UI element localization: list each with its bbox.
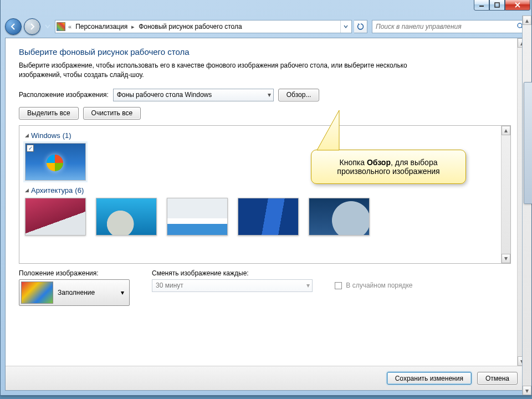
chevron-down-icon: ▾ bbox=[306, 282, 310, 289]
svg-rect-0 bbox=[479, 6, 484, 7]
change-interval-combo[interactable]: 30 минут ▾ bbox=[152, 279, 313, 292]
minimize-button[interactable] bbox=[474, 0, 489, 11]
svg-rect-1 bbox=[495, 3, 499, 7]
nav-history-dropdown[interactable] bbox=[43, 22, 53, 32]
svg-point-2 bbox=[518, 23, 522, 28]
control-panel-icon bbox=[57, 22, 65, 31]
chevron-down-icon: ▾ bbox=[121, 289, 127, 296]
breadcrumb-seg-personalization[interactable]: Персонализация bbox=[74, 23, 129, 30]
refresh-button[interactable] bbox=[354, 20, 367, 33]
chevron-down-icon: ▾ bbox=[268, 91, 271, 99]
back-button[interactable] bbox=[5, 18, 22, 35]
breadcrumb-overflow-icon[interactable]: « bbox=[66, 23, 73, 30]
collapse-icon: ◢ bbox=[25, 132, 29, 138]
scroll-down-icon[interactable]: ▾ bbox=[502, 254, 510, 263]
window-titlebar bbox=[1, 0, 531, 16]
close-button[interactable] bbox=[505, 0, 530, 11]
address-bar[interactable]: « Персонализация ▸ Фоновый рисунок рабоч… bbox=[55, 20, 352, 33]
window-scrollbar[interactable]: ▴ ▾ bbox=[522, 16, 531, 395]
scroll-down-icon[interactable]: ▾ bbox=[523, 386, 531, 395]
change-interval-value: 30 минут bbox=[156, 282, 183, 289]
picture-location-combo[interactable]: Фоны рабочего стола Windows ▾ bbox=[113, 89, 274, 101]
group-header-windows[interactable]: ◢ Windows (1) bbox=[25, 131, 505, 140]
scroll-up-icon[interactable]: ▴ bbox=[523, 16, 531, 25]
wallpaper-picker: ◢ Windows (1) ✓ ◢ Архитектура (6) bbox=[19, 125, 511, 264]
group-name: Windows bbox=[31, 131, 60, 140]
page-title: Выберите фоновый рисунок рабочего стола bbox=[19, 47, 511, 57]
browse-button[interactable]: Обзор... bbox=[278, 89, 320, 101]
navigation-bar: « Персонализация ▸ Фоновый рисунок рабоч… bbox=[1, 16, 531, 38]
content-body: Выберите фоновый рисунок рабочего стола … bbox=[6, 38, 526, 366]
scroll-thumb[interactable] bbox=[524, 82, 532, 204]
options-row: Положение изображения: Заполнение ▾ Смен… bbox=[19, 269, 511, 306]
wallpaper-thumb-arch-5[interactable] bbox=[309, 198, 370, 236]
breadcrumb-seg-wallpaper[interactable]: Фоновый рисунок рабочего стола bbox=[137, 23, 243, 30]
shuffle-label: В случайном порядке bbox=[346, 282, 412, 289]
collapse-icon: ◢ bbox=[25, 187, 29, 193]
window-controls bbox=[474, 0, 530, 11]
content-panel: Выберите фоновый рисунок рабочего стола … bbox=[5, 38, 527, 391]
forward-button[interactable] bbox=[24, 18, 40, 35]
picture-location-value: Фоны рабочего стола Windows bbox=[117, 91, 212, 99]
shuffle-checkbox[interactable] bbox=[335, 282, 342, 289]
picture-position-picker[interactable]: Заполнение ▾ bbox=[19, 279, 130, 306]
control-panel-window: « Персонализация ▸ Фоновый рисунок рабоч… bbox=[0, 0, 532, 396]
picture-position-value: Заполнение bbox=[58, 289, 95, 296]
picture-position-label: Положение изображения: bbox=[19, 269, 130, 277]
change-interval-label: Сменять изображение каждые: bbox=[152, 269, 313, 277]
picker-scrollbar[interactable]: ▴ ▾ bbox=[501, 126, 510, 263]
wallpaper-thumb-arch-2[interactable] bbox=[96, 198, 157, 236]
group-name: Архитектура bbox=[31, 186, 73, 195]
position-preview-icon bbox=[21, 282, 53, 304]
maximize-button[interactable] bbox=[489, 0, 505, 11]
save-changes-button[interactable]: Сохранить изменения bbox=[387, 372, 472, 385]
dialog-footer: Сохранить изменения Отмена bbox=[6, 366, 526, 390]
wallpaper-thumb-windows-default[interactable]: ✓ bbox=[25, 143, 86, 181]
wallpaper-thumb-arch-3[interactable] bbox=[167, 198, 228, 236]
chevron-right-icon: ▸ bbox=[130, 23, 136, 30]
address-dropdown-button[interactable] bbox=[340, 21, 350, 33]
scroll-up-icon[interactable]: ▴ bbox=[502, 126, 510, 135]
search-box[interactable] bbox=[372, 20, 527, 33]
checkmark-icon[interactable]: ✓ bbox=[27, 145, 34, 152]
picture-location-label: Расположение изображения: bbox=[19, 91, 109, 99]
wallpaper-thumb-arch-4[interactable] bbox=[238, 198, 299, 236]
callout-tail-icon bbox=[306, 110, 350, 160]
cancel-button[interactable]: Отмена bbox=[477, 372, 518, 385]
group-header-architecture[interactable]: ◢ Архитектура (6) bbox=[25, 186, 505, 195]
select-all-button[interactable]: Выделить все bbox=[19, 107, 79, 120]
clear-all-button[interactable]: Очистить все bbox=[83, 107, 141, 120]
search-input[interactable] bbox=[375, 22, 516, 31]
page-description: Выберите изображение, чтобы использовать… bbox=[19, 61, 440, 80]
wallpaper-thumb-arch-1[interactable] bbox=[25, 198, 86, 236]
callout-text-bold: Обзор bbox=[367, 158, 391, 167]
annotation-callout: Кнопка Обзор, для выбора произвольного и… bbox=[311, 150, 466, 184]
